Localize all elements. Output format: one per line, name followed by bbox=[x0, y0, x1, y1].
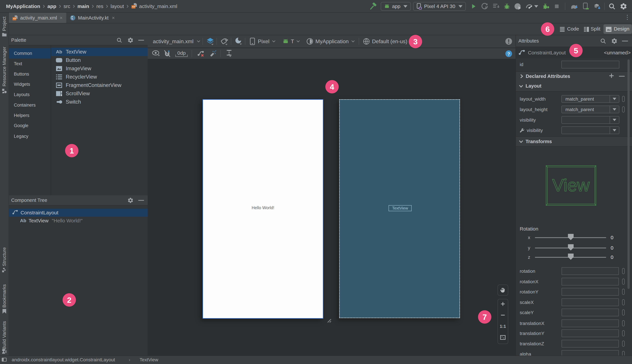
svg-text:<>: <> bbox=[13, 17, 16, 20]
svg-text:View: View bbox=[552, 176, 590, 195]
svg-text:<>: <> bbox=[132, 5, 135, 8]
svg-text:?: ? bbox=[507, 52, 510, 56]
svg-text:A: A bbox=[485, 6, 487, 9]
